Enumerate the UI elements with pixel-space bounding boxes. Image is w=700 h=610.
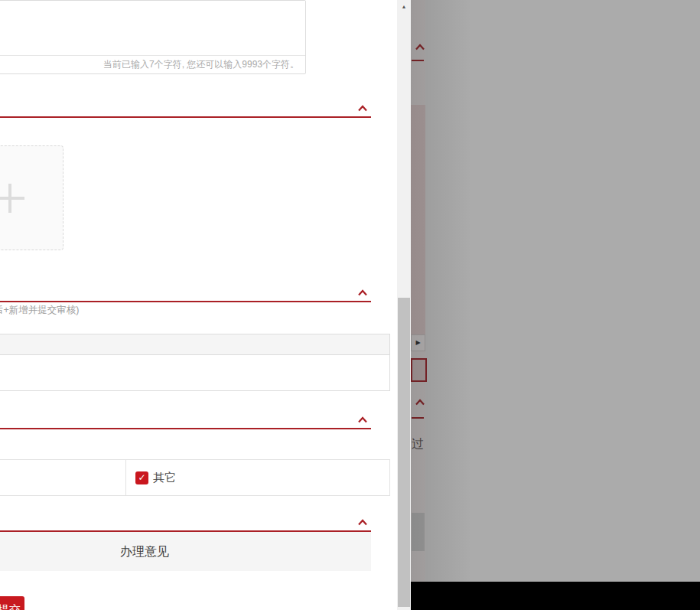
opinion-header-band: 办理意见 (0, 532, 371, 571)
char-counter: 当前已输入7个字符, 您还可以输入9993个字符。 (0, 55, 305, 73)
options-cell-empty (0, 460, 126, 495)
submit-button[interactable]: 提交 (0, 596, 24, 610)
detail-table-row (0, 355, 389, 390)
vertical-scrollbar[interactable]: ▲ (397, 0, 411, 610)
hint-text: 后+新增并提交审核) (0, 304, 79, 317)
background-red-divider (412, 417, 424, 419)
other-checkbox-label: 其它 (153, 471, 176, 485)
background-gray-button (412, 513, 425, 551)
background-footer-bar (411, 582, 700, 610)
opinion-header-label: 办理意见 (120, 532, 169, 571)
expand-arrow-icon: ▶ (411, 334, 425, 351)
comment-textarea[interactable] (0, 1, 305, 55)
background-attachment-box (411, 105, 425, 334)
chevron-up-icon (415, 44, 425, 51)
chevron-up-icon[interactable] (357, 519, 368, 526)
background-red-outline-button (411, 358, 427, 382)
detail-table-header (0, 334, 389, 355)
detail-table (0, 334, 390, 391)
chevron-up-icon[interactable] (357, 416, 368, 423)
plus-icon (0, 146, 63, 250)
background-red-divider (412, 60, 424, 61)
form-modal-panel: 当前已输入7个字符, 您还可以输入9993个字符。 后+新增并提交审核) ✓ 其… (0, 0, 411, 610)
background-passed-text: 过 (412, 436, 424, 452)
other-checkbox[interactable]: ✓ (135, 471, 148, 484)
options-cell-other: ✓ 其它 (126, 460, 389, 495)
scroll-up-arrow-icon[interactable]: ▲ (397, 0, 411, 13)
section-divider-3 (0, 428, 371, 429)
comment-textarea-group: 当前已输入7个字符, 您还可以输入9993个字符。 (0, 0, 306, 74)
scrollbar-thumb[interactable] (398, 298, 410, 607)
chevron-up-icon (415, 399, 425, 406)
file-upload-box[interactable] (0, 145, 63, 250)
section-divider-1 (0, 116, 371, 118)
section-divider-2 (0, 301, 371, 302)
chevron-up-icon[interactable] (357, 289, 368, 296)
modal-backdrop-overlay[interactable]: ▶ 过 (411, 0, 700, 610)
chevron-up-icon[interactable] (357, 105, 368, 112)
options-table: ✓ 其它 (0, 459, 390, 496)
